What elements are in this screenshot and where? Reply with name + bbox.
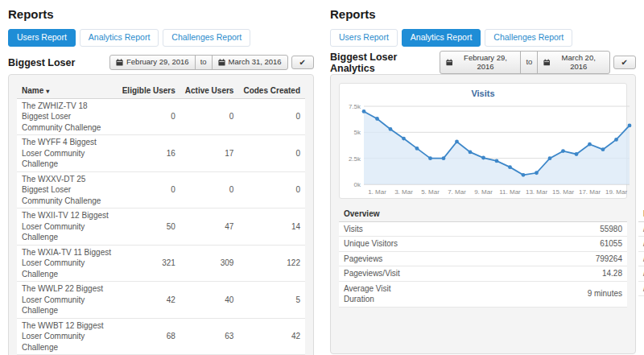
date-range-group: February 29, 2016 to March 20, 2016 [440, 51, 609, 74]
overview-metric-value: 14.28 [405, 266, 627, 282]
svg-text:9. Mar: 9. Mar [474, 188, 493, 196]
overview-row: Average Visit Duration9 minutes [339, 281, 627, 307]
challenge-name: The WYFF 4 Biggest Loser Community Chall… [17, 135, 118, 172]
apply-date-range-button[interactable]: ✔ [291, 56, 314, 69]
calendar-icon [116, 59, 123, 66]
page-title: Reports [330, 7, 636, 21]
page-path: /nutritious/journal [638, 237, 644, 252]
codes-created-value: 5 [238, 282, 305, 319]
svg-text:17. Mar: 17. Mar [579, 188, 601, 196]
active-users-value: 0 [180, 171, 239, 208]
active-users-value: 309 [180, 245, 239, 282]
eligible-users-value: 42 [118, 282, 180, 319]
overview-metric-value: 55980 [405, 221, 627, 237]
challenge-row: The WXII-TV 12 Biggest Loser Community C… [17, 208, 305, 246]
svg-text:11. Mar: 11. Mar [499, 188, 521, 196]
right-section-header: Biggest Loser Analytics February 29, 201… [330, 55, 636, 71]
end-date-button[interactable]: March 20, 2016 [537, 51, 609, 74]
active-users-value: 40 [180, 282, 239, 319]
svg-text:5. Mar: 5. Mar [421, 188, 440, 196]
page-path: /guidance/program [638, 281, 644, 296]
svg-text:2.5k: 2.5k [349, 155, 361, 162]
calendar-icon [543, 59, 550, 66]
calendar-icon [446, 59, 452, 66]
pages-table: Page Pageviews▾ % /motivation/challenge/… [638, 206, 644, 297]
apply-date-range-button[interactable]: ✔ [613, 56, 636, 69]
overview-row: Pageviews/Visit14.28 [339, 266, 627, 282]
svg-text:15. Mar: 15. Mar [552, 188, 574, 196]
page-row: /summary725229.07 [638, 266, 644, 282]
analytics-report-well: Visits 0k2.5k5k7.5k1. Mar3. Mar5. Mar7. … [330, 74, 636, 354]
overview-metric-value: 61055 [405, 237, 627, 252]
tab-challenges-report[interactable]: Challenges Report [485, 29, 572, 47]
svg-text:3. Mar: 3. Mar [394, 188, 413, 196]
overview-metric-label: Pageviews/Visit [339, 266, 405, 282]
date-range-to-label: to [520, 51, 538, 74]
column-header-active-users[interactable]: Active Users [180, 83, 239, 99]
end-date-label: March 31, 2016 [229, 58, 282, 66]
column-header-page[interactable]: Page [638, 206, 644, 222]
challenge-row: The WXIA-TV 11 Biggest Loser Community C… [17, 245, 305, 282]
challenges-table: Name▾ Eligible Users Active Users Codes … [17, 83, 305, 355]
page-path: /summary [638, 266, 644, 282]
tab-users-report[interactable]: Users Report [330, 29, 398, 47]
challenge-row: The ZWHIZ-TV 18 Biggest Loser Community … [17, 98, 305, 135]
tab-challenges-report[interactable]: Challenges Report [163, 29, 250, 47]
visits-chart-card: Visits 0k2.5k5k7.5k1. Mar3. Mar5. Mar7. … [339, 83, 627, 199]
start-date-button[interactable]: February 29, 2016 [109, 55, 196, 69]
screen: Reports Users ReportAnalytics ReportChal… [0, 0, 644, 355]
left-date-range: February 29, 2016 to March 31, 2016 ✔ [109, 55, 314, 69]
codes-created-value: 14 [238, 208, 305, 246]
overview-metric-label: Visits [339, 221, 405, 237]
codes-created-value: 0 [238, 135, 305, 172]
column-header-overview: Overview [339, 206, 627, 222]
page-path: /fitness/journal [638, 251, 644, 266]
overview-table: Overview Visits55980Unique Visitors61055… [339, 206, 627, 308]
users-report-well: Name▾ Eligible Users Active Users Codes … [8, 74, 314, 355]
column-header-codes-created[interactable]: Codes Created [238, 83, 305, 99]
challenge-name: The WWBT 12 Biggest Loser Community Chal… [17, 318, 118, 355]
end-date-button[interactable]: March 31, 2016 [212, 55, 288, 69]
overview-metric-label: Average Visit Duration [339, 281, 405, 307]
left-tab-bar: Users ReportAnalytics ReportChallenges R… [8, 29, 314, 47]
pages-table-body: /motivation/challenge/46416337220.44/nut… [638, 221, 644, 296]
overview-metric-label: Pageviews [339, 251, 405, 266]
start-date-button[interactable]: February 29, 2016 [440, 51, 521, 74]
codes-created-value: 122 [238, 245, 305, 282]
right-tab-bar: Users ReportAnalytics ReportChallenges R… [330, 29, 636, 47]
challenge-name: The WXXV-DT 25 Biggest Loser Community C… [17, 171, 118, 208]
overview-metric-label: Unique Visitors [339, 237, 405, 252]
challenge-name: The ZWHIZ-TV 18 Biggest Loser Community … [17, 98, 118, 135]
left-section-header: Biggest Loser February 29, 2016 to March… [8, 55, 314, 71]
page-row: /nutritious/journal11336614.18 [638, 237, 644, 252]
challenge-row: The WWBT 12 Biggest Loser Community Chal… [17, 318, 305, 355]
challenge-name: The WXII-TV 12 Biggest Loser Community C… [17, 208, 118, 246]
section-title: Biggest Loser Analytics [330, 52, 440, 74]
page-path: /motivation/challenge/464 [638, 221, 644, 237]
tab-analytics-report[interactable]: Analytics Report [80, 29, 159, 47]
pages-header-row: Page Pageviews▾ % [638, 206, 644, 222]
section-title: Biggest Loser [8, 57, 75, 68]
start-date-label: February 29, 2016 [126, 58, 189, 66]
codes-created-value: 42 [238, 318, 305, 355]
svg-text:0k: 0k [354, 181, 361, 188]
svg-text:19. Mar: 19. Mar [605, 188, 627, 196]
challenge-name: The WXIA-TV 11 Biggest Loser Community C… [17, 245, 118, 282]
active-users-value: 17 [180, 135, 239, 172]
challenge-name: The WWLP 22 Biggest Loser Community Chal… [17, 282, 118, 319]
column-header-name[interactable]: Name▾ [17, 83, 118, 99]
tab-users-report[interactable]: Users Report [8, 29, 76, 47]
date-range-to-label: to [195, 55, 213, 69]
eligible-users-value: 321 [118, 245, 180, 282]
column-header-eligible-users[interactable]: Eligible Users [118, 83, 180, 99]
overview-row: Unique Visitors61055 [339, 237, 627, 252]
overview-row: Visits55980 [339, 221, 627, 237]
start-date-label: February 29, 2016 [456, 54, 515, 71]
svg-text:7.5k: 7.5k [349, 103, 361, 110]
tab-analytics-report[interactable]: Analytics Report [402, 29, 481, 47]
page-row: /fitness/journal737519.23 [638, 251, 644, 266]
eligible-users-value: 16 [118, 135, 180, 172]
overview-table-body: Visits55980Unique Visitors61055Pageviews… [339, 221, 627, 307]
overview-metric-value: 799264 [405, 251, 627, 266]
overview-row: Pageviews799264 [339, 251, 627, 266]
